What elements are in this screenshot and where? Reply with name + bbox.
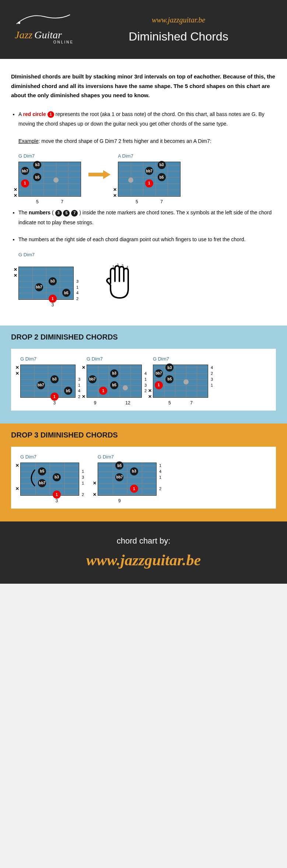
chord-diagram: G Dim7 ✕✕ b3 bb7 b5 1 3 3 1 4 2 bbox=[20, 356, 76, 398]
hand-diagram-row: ✕ ✕ b3 bb7 b5 1 3 3 1 4 2 1 2 3 4 bbox=[18, 263, 276, 303]
red-circle-icon: 1 bbox=[48, 111, 54, 118]
chord-diagram-adim7: A Dim7 b3 bb7 b5 1 ✕ ✕ 5 7 bbox=[118, 153, 181, 197]
chord-diagram-gdim7: G Dim7 b3 bb7 b5 1 ✕ ✕ 5 7 bbox=[18, 153, 81, 197]
fretboard: ✕ ✕ b3 bb7 b5 1 3 3 1 4 2 bbox=[18, 267, 74, 300]
chord-diagram: G Dim7 b3 bb7 b5 1 ✕ ✕ 5 7 4 2 3 1 bbox=[153, 356, 208, 398]
logo-guitar: Guitar bbox=[34, 29, 62, 41]
drop3-header: DROP 3 DIMINISHED CHORDS bbox=[0, 424, 287, 447]
black-circle-icon: 3 bbox=[55, 210, 62, 217]
drop2-body: G Dim7 ✕✕ b3 bb7 b5 1 3 3 1 4 2 G Dim7 bbox=[0, 349, 287, 424]
header: JazzGuitar ONLINE www.jazzguitar.be Dimi… bbox=[0, 0, 287, 59]
logo-jazz: Jazz bbox=[15, 29, 32, 41]
fretboard: b3 bb7 b5 1 ✕ ✕ 5 7 bbox=[18, 162, 81, 197]
drop2-header: DROP 2 DIMINISHED CHORDS bbox=[0, 326, 287, 349]
logo-swoosh bbox=[15, 11, 74, 28]
black-circle-icon: 5 bbox=[63, 210, 70, 217]
svg-text:1: 1 bbox=[112, 264, 114, 268]
example-line: Example: move the chord shape of G Dim7 … bbox=[18, 136, 276, 146]
black-circle-icon: 7 bbox=[71, 210, 78, 217]
chord-diagram: G Dim7 ✕ b5 b3 bb7 ✕ 1 3 1 3 1 2 bbox=[20, 454, 79, 496]
header-url: www.jazzguitar.be bbox=[85, 16, 272, 24]
bullet-2: The numbers ( 3 5 7 ) inside the note ma… bbox=[18, 208, 276, 227]
hand-icon: 1 2 3 4 bbox=[103, 263, 136, 303]
header-right: www.jazzguitar.be Diminished Chords bbox=[85, 16, 272, 43]
example-diagrams: G Dim7 b3 bb7 b5 1 ✕ ✕ 5 7 A Dim7 bbox=[18, 153, 276, 197]
drop3-body: G Dim7 ✕ b5 b3 bb7 ✕ 1 3 1 3 1 2 G Dim7 bbox=[0, 447, 287, 521]
logo: JazzGuitar ONLINE bbox=[15, 11, 74, 48]
content: DIminished chords are built by stacking … bbox=[0, 59, 287, 326]
fretboard: b3 bb7 b5 1 ✕ ✕ 5 7 bbox=[118, 162, 181, 197]
bullet-3: The numbers at the right side of each ch… bbox=[18, 235, 276, 245]
chord-diagram: G Dim7 ✕ b3 bb7 b5 1 ✕ 9 12 4 1 3 2 bbox=[87, 356, 142, 398]
arrow-icon bbox=[88, 167, 111, 183]
page-title: Diminished Chords bbox=[85, 30, 272, 43]
chord-diagram: G Dim7 b5 b3 bb7 ✕ 1 ✕ 9 1 4 1 2 bbox=[98, 454, 157, 496]
footer: chord chart by: www.jazzguitar.be bbox=[0, 521, 287, 584]
bullet-1: A red circle 1 represents the root (aka … bbox=[18, 109, 276, 129]
intro-text: DIminished chords are built by stacking … bbox=[11, 72, 276, 100]
footer-url: www.jazzguitar.be bbox=[15, 551, 272, 569]
svg-point-0 bbox=[18, 22, 20, 24]
footer-label: chord chart by: bbox=[15, 536, 272, 546]
